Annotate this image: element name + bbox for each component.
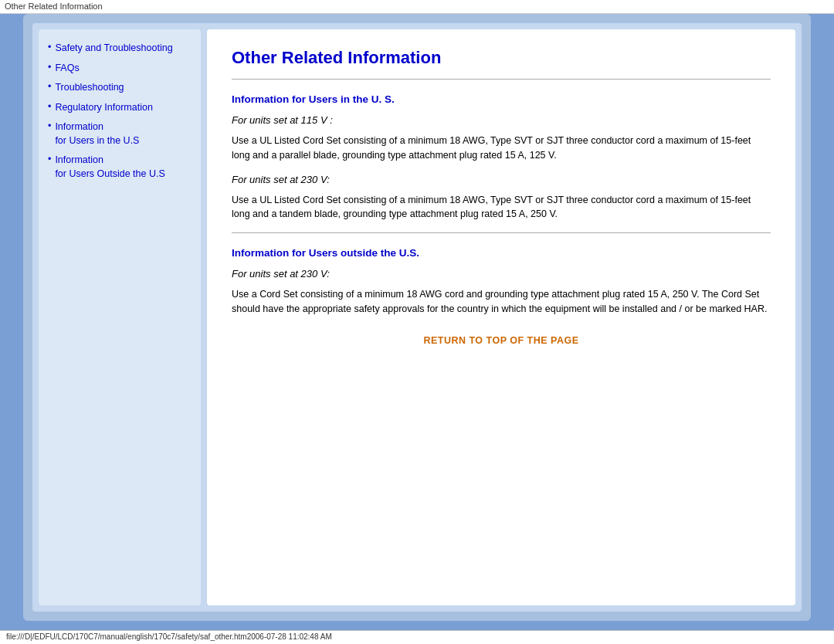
return-to-top-link[interactable]: RETURN TO TOP OF THE PAGE [232,335,771,346]
sidebar-link-info-us[interactable]: Information for Users in the U.S [55,120,139,147]
sidebar-link-faqs[interactable]: FAQs [55,62,79,76]
sidebar-item-regulatory: Regulatory Information [48,101,192,115]
middle-divider [232,232,771,233]
sidebar-link-troubleshooting[interactable]: Troubleshooting [55,81,124,95]
outside-230v-label: For units set at 230 V: [232,268,771,280]
title-bar-text: Other Related Information [5,2,103,11]
sidebar-item-faqs: FAQs [48,62,192,76]
outside-section: Information for Users outside the U.S. F… [232,247,771,317]
us-115v-label: For units set at 115 V : [232,114,771,126]
outside-section-title: Information for Users outside the U.S. [232,247,771,259]
sidebar-item-safety: Safety and Troubleshooting [48,42,192,56]
title-bar: Other Related Information [0,0,834,14]
us-230v-body: Use a UL Listed Cord Set consisting of a… [232,193,771,222]
us-115v-body: Use a UL Listed Cord Set consisting of a… [232,134,771,163]
sidebar-link-regulatory[interactable]: Regulatory Information [55,101,152,115]
sidebar: Safety and Troubleshooting FAQs Troubles… [39,29,201,605]
us-section: Information for Users in the U. S. For u… [232,93,771,222]
page-title: Other Related Information [232,48,771,68]
status-bar: file:///D|/EDFU/LCD/170C7/manual/english… [0,630,834,644]
sidebar-link-info-outside[interactable]: Information for Users Outside the U.S [55,154,164,181]
outside-230v-body: Use a Cord Set consisting of a minimum 1… [232,287,771,317]
status-bar-text: file:///D|/EDFU/LCD/170C7/manual/english… [6,632,332,641]
top-divider [232,79,771,80]
sidebar-item-info-us: Information for Users in the U.S [48,120,192,147]
content-area: Safety and Troubleshooting FAQs Troubles… [32,23,802,612]
sidebar-nav: Safety and Troubleshooting FAQs Troubles… [48,42,192,181]
us-section-title: Information for Users in the U. S. [232,93,771,105]
outer-wrapper: Safety and Troubleshooting FAQs Troubles… [23,14,811,621]
us-230v-label: For units set at 230 V: [232,174,771,185]
scroll-area: Other Related Information Information fo… [232,48,771,587]
sidebar-item-info-outside: Information for Users Outside the U.S [48,154,192,181]
sidebar-link-safety[interactable]: Safety and Troubleshooting [55,42,172,56]
inner-wrapper: Safety and Troubleshooting FAQs Troubles… [32,23,802,612]
sidebar-item-troubleshooting: Troubleshooting [48,81,192,95]
main-content: Other Related Information Information fo… [207,29,795,605]
